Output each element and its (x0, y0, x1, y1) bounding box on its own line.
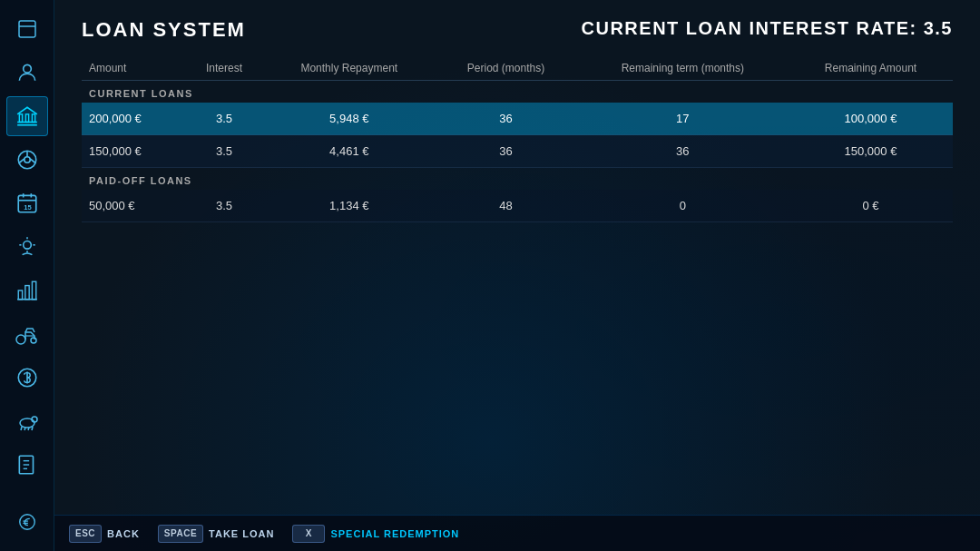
chart-icon (15, 278, 40, 303)
bank-icon (15, 103, 40, 129)
x-key: X (292, 525, 325, 543)
back-label: BACK (107, 528, 140, 539)
cell-period: 36 (435, 135, 576, 168)
svg-rect-24 (24, 286, 28, 300)
sidebar-item-finance[interactable] (6, 358, 48, 398)
col-header-remaining-term: Remaining term (months) (577, 56, 789, 81)
section-label: PAID-OFF LOANS (82, 168, 953, 191)
svg-line-35 (24, 428, 25, 430)
main-content: LOAN SYSTEM CURRENT LOAN INTEREST RATE: … (54, 0, 980, 551)
special-redemption-action[interactable]: X SPECIAL REDEMPTION (292, 525, 459, 543)
sidebar-item-stats[interactable] (6, 53, 48, 93)
calendar-icon: 15 (15, 191, 40, 216)
svg-line-11 (19, 159, 24, 162)
sidebar-item-chart[interactable] (6, 271, 48, 310)
cell-remaining-term: 17 (577, 103, 789, 135)
sidebar-item-contracts[interactable] (6, 445, 48, 485)
cell-amount: 50,000 € (82, 190, 185, 222)
cell-monthly-repayment: 5,948 € (263, 103, 435, 135)
header-row: LOAN SYSTEM CURRENT LOAN INTEREST RATE: … (82, 18, 953, 42)
cell-remaining-term: 36 (577, 135, 789, 168)
sidebar-item-vehicle[interactable] (6, 140, 48, 180)
contracts-icon (15, 452, 40, 477)
table-row[interactable]: 200,000 €3.55,948 €3617100,000 € (82, 103, 953, 135)
cell-remaining-amount: 150,000 € (789, 135, 953, 168)
cell-period: 36 (435, 103, 576, 135)
sidebar-item-settings[interactable] (6, 9, 48, 49)
animals-icon (15, 408, 40, 434)
sidebar-bottom (0, 502, 54, 542)
section-header-1: PAID-OFF LOANS (82, 168, 953, 191)
svg-rect-0 (19, 21, 35, 37)
col-header-interest: Interest (185, 56, 263, 81)
back-action[interactable]: ESC BACK (69, 525, 140, 543)
tractor-icon (15, 321, 40, 347)
table-row[interactable]: 50,000 €3.51,134 €4800 € (82, 190, 953, 222)
table-row[interactable]: 150,000 €3.54,461 €3636150,000 € (82, 135, 953, 168)
cell-interest: 3.5 (185, 103, 263, 135)
sidebar-item-calendar[interactable]: 15 (6, 183, 48, 223)
section-label: CURRENT LOANS (82, 81, 953, 103)
take-loan-action[interactable]: SPACE TAKE LOAN (158, 525, 275, 543)
euro-icon (15, 509, 40, 535)
svg-point-9 (24, 157, 30, 163)
svg-text:15: 15 (24, 203, 31, 212)
svg-point-27 (16, 335, 25, 344)
cell-remaining-amount: 100,000 € (789, 103, 953, 135)
svg-rect-23 (18, 290, 22, 300)
svg-line-12 (30, 159, 34, 162)
svg-line-37 (32, 427, 33, 430)
cell-amount: 150,000 € (82, 135, 185, 168)
svg-line-36 (28, 428, 29, 430)
player-icon (15, 60, 40, 85)
cell-amount: 200,000 € (82, 103, 185, 135)
sidebar: 15 (0, 0, 54, 551)
cell-interest: 3.5 (185, 135, 263, 168)
cell-period: 48 (435, 190, 576, 222)
svg-rect-5 (32, 114, 34, 123)
svg-rect-25 (32, 281, 35, 300)
svg-point-42 (20, 515, 35, 530)
steering-wheel-icon (15, 147, 40, 172)
cell-remaining-amount: 0 € (789, 190, 953, 222)
sidebar-item-bank[interactable] (6, 96, 48, 136)
cell-remaining-term: 0 (577, 190, 789, 222)
sidebar-item-tractor[interactable] (6, 314, 48, 354)
col-header-monthly: Monthly Repayment (263, 56, 435, 81)
svg-point-28 (31, 338, 36, 343)
sidebar-item-animals[interactable] (6, 401, 48, 441)
special-redemption-label: SPECIAL REDEMPTION (330, 528, 459, 539)
col-header-period: Period (months) (435, 56, 576, 81)
svg-rect-3 (19, 114, 22, 123)
esc-key: ESC (69, 525, 102, 543)
take-loan-label: TAKE LOAN (209, 528, 274, 539)
settings-icon (15, 16, 40, 42)
bottom-bar: ESC BACK SPACE TAKE LOAN X SPECIAL REDEM… (54, 515, 980, 551)
col-header-amount: Amount (82, 56, 185, 81)
table-header-row: Amount Interest Monthly Repayment Period… (82, 56, 953, 81)
sidebar-item-euro[interactable] (6, 502, 48, 542)
interest-rate-label: CURRENT LOAN INTEREST RATE: 3.5 (582, 18, 953, 39)
svg-point-2 (23, 64, 31, 73)
page-title: LOAN SYSTEM (82, 18, 246, 42)
cell-interest: 3.5 (185, 190, 263, 222)
finance-icon (15, 365, 40, 390)
weather-icon (15, 234, 40, 260)
svg-point-18 (23, 241, 31, 250)
svg-rect-4 (25, 114, 28, 123)
loan-table: Amount Interest Monthly Repayment Period… (82, 56, 953, 222)
space-key: SPACE (158, 525, 203, 543)
section-header-0: CURRENT LOANS (82, 81, 953, 103)
col-header-remaining-amount: Remaining Amount (789, 56, 953, 81)
sidebar-item-weather[interactable] (6, 227, 48, 267)
cell-monthly-repayment: 1,134 € (263, 190, 435, 222)
cell-monthly-repayment: 4,461 € (263, 135, 435, 168)
svg-line-34 (21, 427, 22, 430)
